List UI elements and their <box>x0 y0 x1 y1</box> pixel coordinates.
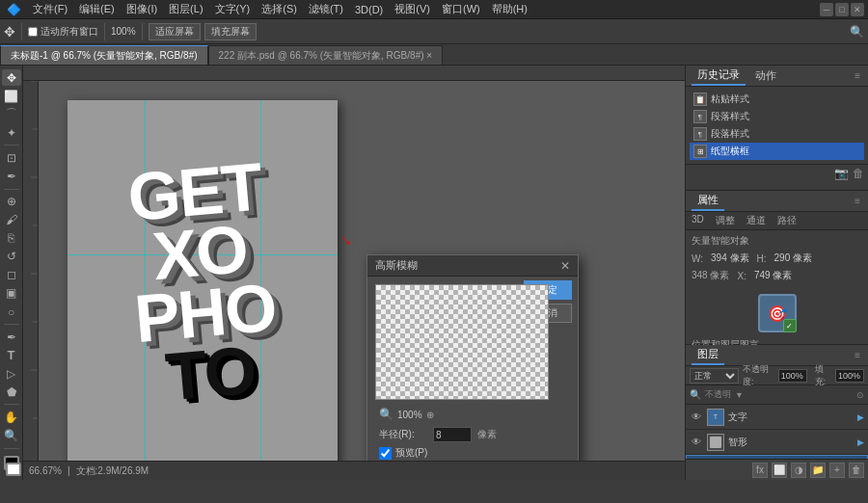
hand-tool[interactable]: ✋ <box>2 409 21 425</box>
layer-filter-arrow[interactable]: ▼ <box>735 390 744 400</box>
filter-icon[interactable]: 🔍 <box>690 389 701 400</box>
new-group-button[interactable]: 📁 <box>810 463 826 478</box>
tab-bar: 未标题-1 @ 66.7% (矢量智能对象, RGB/8#) 222 副本.ps… <box>0 44 868 66</box>
dialog-title-text: 高斯模糊 <box>375 258 418 273</box>
tab-document-2[interactable]: 222 副本.psd @ 66.7% (矢量智能对象, RGB/8#) × <box>208 45 444 65</box>
trash-icon[interactable]: 🗑 <box>853 167 864 180</box>
heal-tool[interactable]: ⊕ <box>2 193 21 209</box>
move-tool-icon: ✥ <box>4 24 15 40</box>
blend-mode-select[interactable]: 正常 <box>690 368 739 384</box>
zoom-out-icon[interactable]: 🔍 <box>379 408 393 421</box>
preview-checkbox[interactable] <box>379 447 392 460</box>
gradient-tool[interactable]: ▣ <box>2 285 21 302</box>
x-label: X: <box>737 271 746 281</box>
layer-visibility-shape[interactable]: 👁 <box>690 436 703 449</box>
crop-tool[interactable]: ⊡ <box>2 149 21 166</box>
auto-select-checkbox[interactable] <box>28 27 38 37</box>
tab-path[interactable]: 路径 <box>772 212 802 229</box>
dialog-close-button[interactable]: ✕ <box>560 259 570 273</box>
radius-input[interactable] <box>433 427 472 442</box>
dialog-title-bar[interactable]: 高斯模糊 ✕ <box>367 255 578 277</box>
fill-input[interactable] <box>835 369 864 383</box>
camera-icon[interactable]: 📷 <box>834 167 849 180</box>
dialog-preview-area[interactable] <box>375 284 549 400</box>
menu-image[interactable]: 图像(I) <box>121 2 163 16</box>
stamp-tool[interactable]: ⎘ <box>2 230 21 247</box>
height-label: H: <box>757 253 767 264</box>
minimize-button[interactable]: ─ <box>820 3 833 16</box>
zoom-in-icon[interactable]: ⊕ <box>426 410 434 420</box>
marquee-tool[interactable]: ⬜ <box>2 88 21 104</box>
add-mask-button[interactable]: ⬜ <box>772 463 787 478</box>
properties-panel-header: 属性 ≡ <box>686 191 868 212</box>
zoom-tool[interactable]: 🔍 <box>2 427 21 443</box>
dodge-tool[interactable]: ○ <box>2 304 21 320</box>
smart-object-icon: 🎯 ✓ <box>758 294 797 332</box>
history-content: 📋 粘贴样式 ¶ 段落样式 ¶ 段落样式 ⊞ 纸型横框 <box>686 87 868 164</box>
layer-type-filter[interactable]: 不透明 <box>705 388 731 401</box>
width-label: W: <box>692 253 703 264</box>
menu-view[interactable]: 视图(V) <box>389 2 436 16</box>
tab-document-1[interactable]: 未标题-1 @ 66.7% (矢量智能对象, RGB/8#) <box>0 45 208 65</box>
canvas-document[interactable]: GET XO PHO TO 高斯模糊 ✕ <box>39 81 685 461</box>
magic-wand-tool[interactable]: ✦ <box>2 124 21 141</box>
lasso-tool[interactable]: ⌒ <box>2 106 21 122</box>
opacity-input[interactable] <box>778 369 807 383</box>
history-item-3[interactable]: ⊞ 纸型横框 <box>690 143 864 160</box>
pen-tool[interactable]: ✒ <box>2 329 21 345</box>
menu-layer[interactable]: 图层(L) <box>163 2 208 16</box>
layers-tab[interactable]: 图层 <box>692 345 724 365</box>
layer-item-wenzi[interactable]: 👁 T 文字 ▶ <box>686 405 868 430</box>
x-value: 749 像素 <box>754 269 792 282</box>
menu-help[interactable]: 帮助(H) <box>486 2 533 16</box>
menu-file[interactable]: 文件(F) <box>27 2 73 16</box>
history-item-1[interactable]: ¶ 段落样式 <box>690 108 864 125</box>
text-tool[interactable]: T <box>2 347 21 363</box>
menu-select[interactable]: 选择(S) <box>256 2 303 16</box>
properties-tab[interactable]: 属性 <box>692 191 724 211</box>
layer-visibility-wenzi[interactable]: 👁 <box>690 410 703 424</box>
fit-screen-button[interactable]: 适应屏幕 <box>149 23 201 40</box>
properties-menu-icon[interactable]: ≡ <box>853 196 862 206</box>
menu-filter[interactable]: 滤镜(T) <box>303 2 349 16</box>
dialog-zoom-controls: 🔍 100% ⊕ <box>375 408 510 421</box>
move-tool[interactable]: ✥ <box>2 69 21 86</box>
tab-adjust[interactable]: 调整 <box>710 212 741 229</box>
actions-tab[interactable]: 动作 <box>749 66 782 85</box>
new-layer-button[interactable]: + <box>829 463 845 478</box>
eraser-tool[interactable]: ◻ <box>2 267 21 283</box>
background-color[interactable] <box>6 463 21 476</box>
tab-3d[interactable]: 3D <box>686 212 710 229</box>
ruler-horizontal: 0 100 200 300 400 <box>23 66 685 81</box>
history-item-icon-3: ⊞ <box>693 145 707 158</box>
delete-layer-button[interactable]: 🗑 <box>849 463 864 478</box>
fill-screen-button[interactable]: 填充屏幕 <box>204 23 257 40</box>
history-item-2[interactable]: ¶ 段落样式 <box>690 125 864 143</box>
panel-menu-icon[interactable]: ≡ <box>853 70 862 81</box>
history-item-0[interactable]: 📋 粘贴样式 <box>690 91 864 108</box>
tab-channel[interactable]: 通道 <box>741 212 772 229</box>
maximize-button[interactable]: □ <box>835 3 849 16</box>
brush-tool[interactable]: 🖌 <box>2 211 21 227</box>
menu-window[interactable]: 窗口(W) <box>436 2 486 16</box>
layer-item-shape[interactable]: 👁 智形 ▶ <box>686 430 868 455</box>
path-tool[interactable]: ▷ <box>2 365 21 382</box>
layers-menu-icon[interactable]: ≡ <box>853 350 862 360</box>
search-icon[interactable]: 🔍 <box>850 25 864 39</box>
history-item-label-0: 粘贴样式 <box>711 93 749 106</box>
adjustment-button[interactable]: ◑ <box>791 463 806 478</box>
eyedropper-tool[interactable]: ✒ <box>2 168 21 184</box>
layer-filter-toggle[interactable]: ⊙ <box>856 390 864 400</box>
layer-name-shape: 智形 <box>728 436 854 449</box>
history-brush-tool[interactable]: ↺ <box>2 249 21 265</box>
menu-edit[interactable]: 编辑(E) <box>73 2 121 16</box>
menu-text[interactable]: 文字(Y) <box>209 2 257 16</box>
history-tab[interactable]: 历史记录 <box>692 66 746 86</box>
layers-footer: fx ⬜ ◑ 📁 + 🗑 <box>686 459 868 480</box>
close-button[interactable]: ✕ <box>851 3 864 16</box>
history-item-icon-0: 📋 <box>693 93 707 106</box>
shape-tool[interactable]: ⬟ <box>2 384 21 400</box>
menu-3d[interactable]: 3D(D) <box>349 4 389 15</box>
add-fx-button[interactable]: fx <box>752 463 768 478</box>
svg-rect-23 <box>710 437 721 448</box>
